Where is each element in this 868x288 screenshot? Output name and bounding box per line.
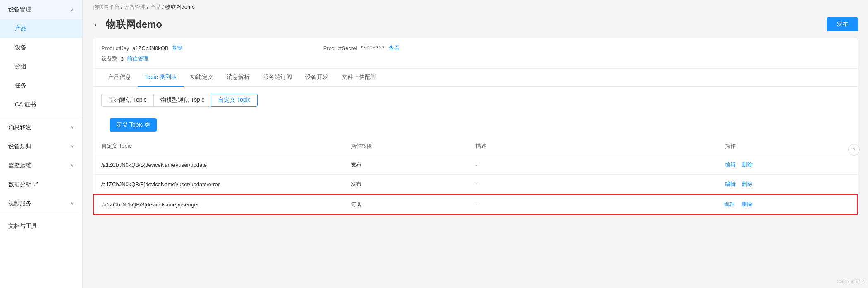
breadcrumb-iot[interactable]: 物联网平台 <box>93 4 120 10</box>
row2-topic: /a1ZCbJN0kQB/${deviceName}/user/update/e… <box>101 181 351 187</box>
breadcrumb-device-mgmt[interactable]: 设备管理 <box>124 4 146 10</box>
sidebar: 设备管理 ∧ 产品 设备 分组 任务 CA 证书 消息转发 ∨ 设备划归 ∨ 监… <box>0 0 83 288</box>
table-row: /a1ZCbJN0kQB/${deviceName}/user/update/e… <box>93 175 858 194</box>
tab-file-upload[interactable]: 文件上传配置 <box>335 69 383 87</box>
product-key-label: ProductKey <box>101 45 129 51</box>
row1-topic: /a1ZCbJN0kQB/${deviceName}/user/update <box>101 162 351 168</box>
main-tabs: 产品信息 Topic 类列表 功能定义 消息解析 服务端订阅 设备开发 文件上传… <box>93 69 858 87</box>
watermark: CSDN @记忆 <box>837 278 865 285</box>
sidebar-item-label: 消息转发 <box>8 124 31 131</box>
chevron-down-icon: ∨ <box>70 201 74 206</box>
row2-delete-link[interactable]: 删除 <box>742 181 753 187</box>
tab-topic-list[interactable]: Topic 类列表 <box>138 69 184 87</box>
sub-tab-custom-topic[interactable]: 自定义 Topic <box>211 94 258 107</box>
row1-edit-link[interactable]: 编辑 <box>725 161 736 168</box>
main-content: 物联网平台 / 设备管理 / 产品 / 物联网demo ← 物联网demo 发布… <box>83 0 868 288</box>
row2-actions: 编辑 删除 <box>725 180 850 188</box>
sidebar-item-label: 视频服务 <box>8 200 31 207</box>
tab-function-def[interactable]: 功能定义 <box>184 69 220 87</box>
chevron-down-icon: ∨ <box>70 163 74 168</box>
sub-tabs: 基础通信 Topic 物模型通信 Topic 自定义 Topic <box>93 87 858 107</box>
row3-permission: 订阅 <box>351 201 476 208</box>
meta-product-secret: ProductSecret ******** 查看 <box>323 44 399 52</box>
tab-server-subscribe[interactable]: 服务端订阅 <box>256 69 299 87</box>
sidebar-item-label: 设备管理 <box>8 6 31 13</box>
device-count-label: 设备数 <box>101 55 117 62</box>
row2-description: - <box>476 181 725 187</box>
back-button[interactable]: ← <box>93 20 101 29</box>
col-topic: 自定义 Topic <box>101 142 351 150</box>
sidebar-item-label: 任务 <box>15 82 26 89</box>
sidebar-item-docs-tools[interactable]: 文档与工具 <box>0 217 82 236</box>
sidebar-item-device-partition[interactable]: 设备划归 ∨ <box>0 137 82 156</box>
tab-product-info[interactable]: 产品信息 <box>101 69 138 87</box>
tab-msg-parse[interactable]: 消息解析 <box>220 69 256 87</box>
meta-section: ProductKey a1ZCbJN0kQB 复制 ProductSecret … <box>93 38 858 69</box>
define-btn-container: 定义 Topic 类 <box>93 107 858 132</box>
breadcrumb-product[interactable]: 产品 <box>150 4 161 10</box>
product-secret-value: ******** <box>361 45 385 51</box>
table-row: /a1ZCbJN0kQB/${deviceName}/user/update 发… <box>93 155 858 175</box>
product-key-value: a1ZCbJN0kQB <box>132 45 168 51</box>
col-operation: 操作 <box>725 142 850 150</box>
sidebar-item-device-management[interactable]: 设备管理 ∧ <box>0 0 82 19</box>
sidebar-item-data-analysis[interactable]: 数据分析 ↗ <box>0 175 82 194</box>
sidebar-item-label: 文档与工具 <box>8 223 37 230</box>
tab-device-dev[interactable]: 设备开发 <box>299 69 335 87</box>
sidebar-item-video-service[interactable]: 视频服务 ∨ <box>0 194 82 213</box>
sidebar-item-group[interactable]: 分组 <box>0 57 82 76</box>
row3-delete-link[interactable]: 删除 <box>741 201 752 207</box>
sidebar-item-product[interactable]: 产品 <box>0 19 82 38</box>
sidebar-item-message-forward[interactable]: 消息转发 ∨ <box>0 118 82 137</box>
table-container: 自定义 Topic 操作权限 描述 操作 /a1ZCbJN0kQB/${devi… <box>93 137 858 215</box>
sidebar-item-task[interactable]: 任务 <box>0 76 82 95</box>
define-topic-button[interactable]: 定义 Topic 类 <box>110 118 157 132</box>
row1-description: - <box>476 162 725 168</box>
row3-actions: 编辑 删除 <box>724 201 849 208</box>
row2-permission: 发布 <box>351 180 476 188</box>
help-button[interactable]: ? <box>848 144 860 156</box>
row2-edit-link[interactable]: 编辑 <box>725 181 736 187</box>
sidebar-item-label: CA 证书 <box>15 101 36 108</box>
row3-edit-link[interactable]: 编辑 <box>724 201 735 207</box>
chevron-up-icon: ∧ <box>70 7 74 12</box>
sidebar-item-label: 设备 <box>15 44 26 51</box>
row3-description: - <box>476 202 725 208</box>
row1-permission: 发布 <box>351 161 476 168</box>
breadcrumb-current: 物联网demo <box>165 4 195 10</box>
page-title: 物联网demo <box>106 18 162 31</box>
meta-row-2: 设备数 3 前往管理 <box>101 55 849 62</box>
row1-actions: 编辑 删除 <box>725 161 850 168</box>
col-permission: 操作权限 <box>351 142 476 150</box>
sidebar-item-label: 分组 <box>15 63 26 70</box>
sub-tab-basic-comm[interactable]: 基础通信 Topic <box>101 94 154 107</box>
sidebar-item-ca-cert[interactable]: CA 证书 <box>0 95 82 114</box>
sidebar-item-label: 监控运维 <box>8 162 31 169</box>
sidebar-item-label: 设备划归 <box>8 143 31 150</box>
sub-tab-model-comm[interactable]: 物模型通信 Topic <box>153 94 212 107</box>
chevron-down-icon: ∨ <box>70 144 74 149</box>
table-row: /a1ZCbJN0kQB/${deviceName}/user/get 订阅 -… <box>93 194 858 215</box>
publish-button[interactable]: 发布 <box>827 17 858 31</box>
sidebar-item-label: 数据分析 ↗ <box>8 181 39 188</box>
copy-link[interactable]: 复制 <box>172 44 183 52</box>
content-area: 物联网平台 / 设备管理 / 产品 / 物联网demo ← 物联网demo 发布… <box>83 0 868 288</box>
meta-row-1: ProductKey a1ZCbJN0kQB 复制 ProductSecret … <box>101 44 849 52</box>
sidebar-item-device[interactable]: 设备 <box>0 38 82 57</box>
breadcrumb: 物联网平台 / 设备管理 / 产品 / 物联网demo <box>93 0 858 11</box>
sidebar-item-monitor-ops[interactable]: 监控运维 ∨ <box>0 156 82 175</box>
page-title-row: ← 物联网demo <box>93 18 162 31</box>
meta-product-key: ProductKey a1ZCbJN0kQB 复制 <box>101 44 183 52</box>
row1-delete-link[interactable]: 删除 <box>742 161 753 168</box>
chevron-down-icon: ∨ <box>70 125 74 130</box>
product-secret-label: ProductSecret <box>323 45 357 51</box>
view-link[interactable]: 查看 <box>389 44 399 52</box>
page-header: ← 物联网demo 发布 <box>93 17 858 31</box>
table-header: 自定义 Topic 操作权限 描述 操作 <box>93 137 858 155</box>
sidebar-item-label: 产品 <box>15 25 26 32</box>
manage-link[interactable]: 前往管理 <box>127 55 148 62</box>
meta-device-count: 设备数 3 前往管理 <box>101 55 148 62</box>
col-description: 描述 <box>476 142 725 150</box>
row3-topic: /a1ZCbJN0kQB/${deviceName}/user/get <box>102 202 351 208</box>
device-count-value: 3 <box>121 56 124 62</box>
